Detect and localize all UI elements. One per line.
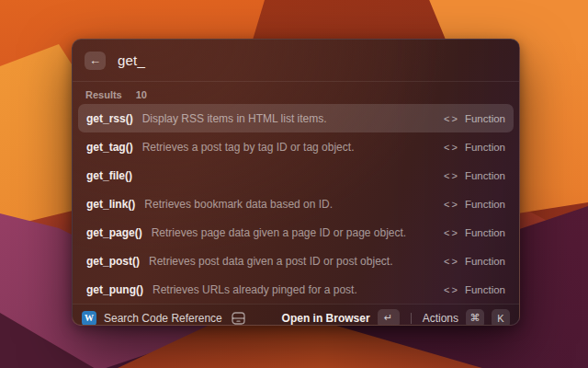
k-key-icon[interactable]: K — [492, 309, 510, 327]
result-subtitle: Retrieves URLs already pinged for a post… — [153, 283, 435, 296]
results-list: get_rss() Display RSS items in HTML list… — [73, 100, 519, 304]
result-type: <> Function — [444, 113, 505, 124]
result-type-label: Function — [465, 256, 505, 267]
command-key-icon[interactable]: ⌘ — [466, 309, 484, 327]
result-title: get_pung() — [86, 283, 143, 296]
result-title: get_rss() — [86, 112, 133, 125]
result-type-label: Function — [465, 199, 505, 210]
back-arrow-icon: ← — [89, 53, 101, 67]
result-type: <> Function — [444, 170, 505, 181]
results-count: 10 — [136, 89, 147, 100]
result-type-label: Function — [465, 142, 505, 153]
extension-name: Search Code Reference — [104, 312, 222, 325]
result-row-get_tag[interactable]: get_tag() Retrieves a post tag by tag ID… — [78, 132, 514, 161]
footer-divider — [411, 313, 412, 324]
footer-bar: W Search Code Reference Open in Browser … — [73, 304, 519, 326]
search-input[interactable]: get_ — [118, 52, 145, 68]
wordpress-logo-icon: W — [82, 311, 96, 326]
result-type-label: Function — [465, 284, 505, 295]
code-brackets-icon: <> — [444, 142, 459, 153]
actions-button[interactable]: Actions — [423, 312, 458, 325]
result-subtitle: Retrieves page data given a page ID or p… — [152, 226, 435, 239]
result-row-get_pung[interactable]: get_pung() Retrieves URLs already pinged… — [78, 275, 514, 304]
result-title: get_file() — [86, 169, 132, 182]
result-row-get_link[interactable]: get_link() Retrieves bookmark data based… — [78, 190, 514, 218]
result-type: <> Function — [444, 256, 505, 267]
code-brackets-icon: <> — [444, 284, 459, 295]
back-button[interactable]: ← — [85, 52, 106, 70]
command-palette-window: ← get_ Results 10 get_rss() Display RSS … — [72, 39, 520, 326]
return-key-icon[interactable]: ↵ — [378, 309, 400, 327]
result-type-label: Function — [465, 227, 505, 238]
result-subtitle: Retrieves a post tag by tag ID or tag ob… — [142, 141, 435, 154]
result-subtitle: Retrieves post data given a post ID or p… — [149, 255, 435, 268]
result-subtitle: Display RSS items in HTML list items. — [142, 112, 435, 125]
code-brackets-icon: <> — [444, 256, 459, 267]
result-type-label: Function — [465, 170, 505, 181]
open-in-browser-button[interactable]: Open in Browser — [282, 312, 370, 325]
result-title: get_post() — [86, 255, 140, 268]
search-bar: ← get_ — [73, 40, 519, 82]
result-row-get_post[interactable]: get_post() Retrieves post data given a p… — [78, 247, 514, 275]
result-type: <> Function — [444, 199, 505, 210]
result-row-get_rss[interactable]: get_rss() Display RSS items in HTML list… — [78, 104, 514, 132]
results-header: Results 10 — [73, 82, 519, 100]
drive-icon — [232, 312, 245, 325]
result-title: get_tag() — [86, 141, 133, 154]
code-brackets-icon: <> — [444, 227, 459, 238]
result-subtitle: Retrieves bookmark data based on ID. — [144, 198, 435, 211]
result-row-get_page[interactable]: get_page() Retrieves page data given a p… — [78, 218, 514, 247]
result-type: <> Function — [444, 284, 505, 295]
result-title: get_link() — [86, 198, 135, 211]
result-title: get_page() — [86, 226, 142, 239]
code-brackets-icon: <> — [444, 199, 459, 210]
code-brackets-icon: <> — [444, 170, 459, 181]
code-brackets-icon: <> — [444, 113, 459, 124]
result-row-get_file[interactable]: get_file() <> Function — [78, 161, 514, 190]
results-label: Results — [85, 89, 122, 100]
result-type: <> Function — [444, 227, 505, 238]
result-type-label: Function — [465, 113, 505, 124]
result-type: <> Function — [444, 142, 505, 153]
